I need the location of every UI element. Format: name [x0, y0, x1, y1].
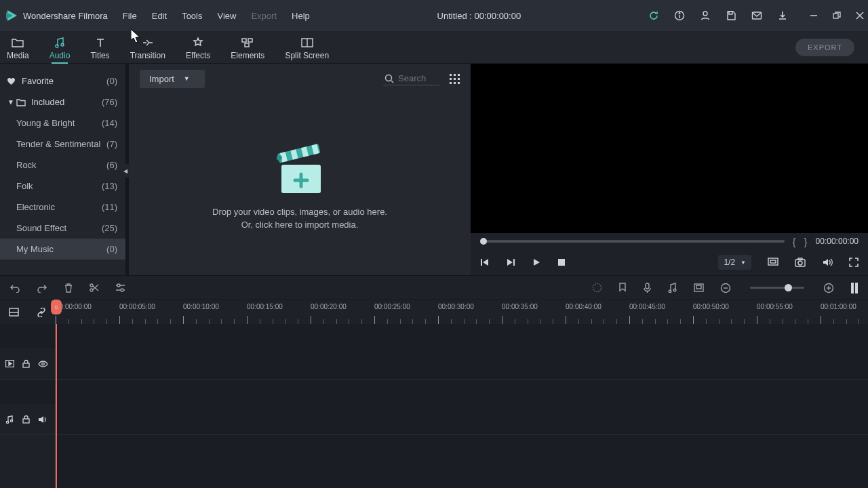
download-icon[interactable]	[777, 10, 788, 21]
zoom-in-icon[interactable]	[823, 283, 834, 293]
drop-text-1: Drop your video clips, images, or audio …	[212, 205, 387, 219]
svg-rect-39	[770, 260, 776, 263]
next-frame-button[interactable]	[506, 258, 515, 267]
fullscreen-icon[interactable]	[849, 258, 859, 267]
timeline-manage-icon[interactable]	[9, 308, 19, 317]
svg-rect-60	[851, 283, 854, 293]
account-icon[interactable]	[700, 10, 711, 21]
lock-icon[interactable]	[22, 415, 30, 424]
music-icon	[54, 37, 66, 49]
svg-point-10	[56, 45, 58, 47]
sidebar-item-included[interactable]: ▼ Included (76)	[0, 92, 125, 113]
prev-frame-button[interactable]	[480, 258, 490, 267]
tab-effects[interactable]: Effects	[186, 37, 210, 63]
maximize-icon[interactable]	[833, 12, 841, 20]
sync-icon[interactable]	[648, 10, 659, 21]
play-button[interactable]	[532, 258, 541, 267]
media-drop-zone[interactable]: Drop your video clips, images, or audio …	[129, 94, 471, 275]
close-icon[interactable]	[856, 12, 864, 20]
timeline-tracks[interactable]: ○	[56, 324, 868, 488]
svg-point-49	[593, 284, 601, 292]
audio-track[interactable]	[56, 404, 868, 435]
sidebar-item-sound-effect[interactable]: Sound Effect(25)	[0, 218, 125, 239]
timeline-zoom-slider[interactable]	[750, 287, 804, 289]
delete-icon[interactable]	[64, 283, 73, 293]
tab-media[interactable]: Media	[7, 37, 29, 63]
menu-file[interactable]: File	[123, 11, 137, 21]
info-icon[interactable]	[674, 10, 685, 21]
sidebar: Favorite (0) ▼ Included (76) Young & Bri…	[0, 64, 126, 275]
svg-rect-23	[454, 78, 456, 80]
mark-in-brace[interactable]: {	[793, 236, 796, 247]
split-icon[interactable]	[90, 283, 99, 293]
playhead[interactable]: ○	[56, 324, 57, 488]
ruler-label: 00:00:15:00	[247, 303, 283, 310]
mark-out-brace[interactable]: }	[804, 236, 808, 247]
lock-icon[interactable]	[22, 359, 30, 368]
svg-rect-35	[481, 259, 482, 266]
undo-icon[interactable]	[9, 283, 20, 293]
svg-point-17	[386, 75, 392, 81]
audio-mixer-icon[interactable]	[668, 283, 677, 293]
menu-tools[interactable]: Tools	[182, 11, 202, 21]
preview-zoom-select[interactable]: 1/2 ▼	[718, 255, 751, 270]
grid-view-icon[interactable]	[450, 74, 460, 84]
marker-icon[interactable]	[618, 283, 627, 293]
sidebar-item-electronic[interactable]: Electronic(11)	[0, 197, 125, 218]
tab-titles[interactable]: Titles	[90, 37, 109, 63]
visibility-icon[interactable]	[38, 361, 48, 367]
video-track-icon	[5, 360, 14, 367]
sidebar-item-tender-sentimental[interactable]: Tender & Sentimental(7)	[0, 134, 125, 155]
tab-elements[interactable]: Elements	[231, 37, 264, 63]
playhead-handle[interactable]: ○	[51, 300, 62, 314]
svg-rect-26	[454, 82, 456, 84]
mute-icon[interactable]	[38, 415, 47, 424]
import-button[interactable]: Import ▼	[140, 70, 205, 88]
preview-scrubber[interactable]	[480, 240, 785, 243]
svg-rect-61	[855, 283, 858, 293]
minimize-icon[interactable]	[810, 12, 818, 20]
sidebar-item-my-music[interactable]: My Music(0)	[0, 239, 125, 260]
volume-icon[interactable]	[822, 258, 833, 267]
collapse-sidebar-handle[interactable]: ◀	[122, 164, 129, 178]
timeline-ruler-row: 00:00:00:0000:00:05:0000:00:10:0000:00:1…	[0, 300, 868, 324]
zoom-fit-icon[interactable]	[850, 282, 859, 294]
search-input[interactable]	[398, 73, 439, 83]
menu-view[interactable]: View	[217, 11, 236, 21]
sidebar-item-rock[interactable]: Rock(6)	[0, 155, 125, 176]
search-input-wrap[interactable]	[383, 72, 440, 85]
svg-point-51	[669, 290, 671, 293]
svg-point-41	[798, 261, 802, 265]
svg-rect-42	[798, 258, 802, 260]
tab-transition[interactable]: Transition	[130, 37, 165, 63]
svg-point-48	[121, 289, 123, 291]
transition-icon	[142, 37, 154, 49]
svg-point-47	[117, 284, 120, 287]
stop-button[interactable]	[557, 258, 566, 266]
svg-point-2	[679, 13, 680, 14]
svg-rect-54	[696, 285, 701, 289]
preview-quality-icon[interactable]	[768, 258, 778, 267]
save-icon[interactable]	[726, 10, 736, 21]
sidebar-item-favorite[interactable]: Favorite (0)	[0, 70, 125, 92]
video-track[interactable]	[56, 348, 868, 380]
split-screen-icon	[301, 37, 313, 49]
timeline-ruler[interactable]: 00:00:00:0000:00:05:0000:00:10:0000:00:1…	[56, 300, 868, 324]
menu-help[interactable]: Help	[292, 11, 310, 21]
voiceover-icon[interactable]	[643, 283, 652, 293]
sidebar-item-young-bright[interactable]: Young & Bright(14)	[0, 113, 125, 134]
zoom-out-icon[interactable]	[720, 283, 731, 293]
render-icon[interactable]	[592, 283, 602, 293]
edit-tools-icon[interactable]	[115, 283, 125, 292]
tab-split-screen[interactable]: Split Screen	[285, 37, 329, 63]
snapshot-icon[interactable]	[795, 258, 806, 267]
sidebar-item-folk[interactable]: Folk(13)	[0, 176, 125, 197]
mail-icon[interactable]	[751, 10, 762, 21]
link-icon[interactable]	[36, 308, 47, 317]
crop-icon[interactable]	[694, 283, 704, 292]
svg-rect-12	[242, 39, 246, 42]
redo-icon[interactable]	[37, 283, 47, 293]
svg-rect-4	[729, 12, 732, 14]
tab-audio[interactable]: Audio	[50, 37, 71, 63]
menu-edit[interactable]: Edit	[152, 11, 167, 21]
